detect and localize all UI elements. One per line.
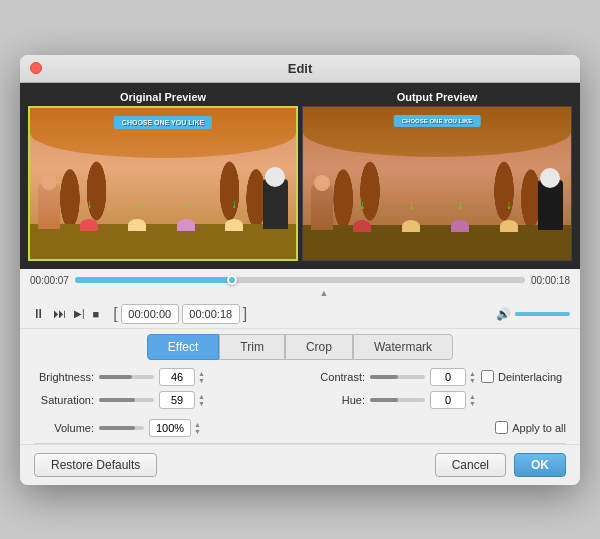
timeline-start-time: 00:00:07 [30, 275, 69, 286]
output-preview-frame: CHOOSE ONE YOU LIKE ↓ ↓ ↓ ↓ [302, 106, 572, 261]
food-3 [177, 219, 195, 231]
brightness-spinners: ▲ ▼ [198, 370, 205, 384]
start-time-input[interactable] [121, 304, 179, 324]
volume-fill-param [99, 426, 135, 430]
arrow-2: ↓ [134, 197, 140, 211]
controls-area: ⏸ ⏭ ▶| ■ [ ] 🔊 [20, 300, 580, 328]
close-button[interactable] [30, 62, 42, 74]
saturation-input[interactable] [159, 391, 195, 409]
arrows-area: ↓ ↓ ↓ ↓ [65, 197, 258, 211]
contrast-row: Contrast: ▲ ▼ Deinterlacing [305, 368, 566, 386]
pause-button[interactable]: ⏸ [30, 304, 47, 323]
volume-label: Volume: [34, 422, 94, 434]
edit-window: Edit Original Preview CHOOSE ONE YOU LIK… [20, 55, 580, 485]
tab-watermark[interactable]: Watermark [353, 334, 453, 360]
output-arrow-4: ↓ [506, 198, 512, 212]
output-char-right [538, 180, 563, 230]
brightness-row: Brightness: ▲ ▼ [34, 368, 295, 386]
volume-down[interactable]: ▼ [194, 428, 201, 435]
output-arrow-2: ↓ [408, 198, 414, 212]
original-preview-label: Original Preview [28, 91, 298, 103]
hue-label: Hue: [305, 394, 365, 406]
arrow-1: ↓ [86, 197, 92, 211]
playback-controls: ⏸ ⏭ ▶| ■ [30, 304, 101, 323]
timeline-track: 00:00:07 00:00:18 [30, 275, 570, 286]
original-preview-panel: Original Preview CHOOSE ONE YOU LIKE [28, 91, 298, 261]
arrow-4: ↓ [231, 197, 237, 211]
food-1 [80, 219, 98, 231]
tab-crop[interactable]: Crop [285, 334, 353, 360]
volume-fill [515, 312, 554, 316]
volume-input[interactable] [149, 419, 191, 437]
contrast-input[interactable] [430, 368, 466, 386]
saturation-slider[interactable] [99, 398, 154, 402]
output-arrow-3: ↓ [457, 198, 463, 212]
ok-button[interactable]: OK [514, 453, 566, 477]
saturation-label: Saturation: [34, 394, 94, 406]
saturation-row: Saturation: ▲ ▼ [34, 391, 295, 409]
saturation-up[interactable]: ▲ [198, 393, 205, 400]
hue-input[interactable] [430, 391, 466, 409]
stop-button[interactable]: ■ [91, 306, 102, 322]
bracket-open: [ [113, 305, 117, 323]
hue-fill [370, 398, 398, 402]
cancel-button[interactable]: Cancel [435, 453, 506, 477]
title-bar: Edit [20, 55, 580, 83]
step-forward-button[interactable]: ⏭ [51, 304, 68, 323]
brightness-fill [99, 375, 132, 379]
footer-area: Restore Defaults Cancel OK [20, 444, 580, 485]
contrast-spinners: ▲ ▼ [469, 370, 476, 384]
output-arrows-area: ↓ ↓ ↓ ↓ [338, 198, 533, 212]
restore-defaults-button[interactable]: Restore Defaults [34, 453, 157, 477]
timeline-slider[interactable] [75, 277, 525, 283]
contrast-label: Contrast: [305, 371, 365, 383]
timeline-area: 00:00:07 00:00:18 ▲ [20, 269, 580, 300]
controls-row: ⏸ ⏭ ▶| ■ [ ] 🔊 [30, 304, 570, 324]
volume-slider[interactable] [515, 312, 570, 316]
hue-spinners: ▲ ▼ [469, 393, 476, 407]
character-right [263, 179, 288, 229]
volume-area: 🔊 [496, 307, 570, 321]
contrast-down[interactable]: ▼ [469, 377, 476, 384]
volume-up[interactable]: ▲ [194, 421, 201, 428]
tabs-area: Effect Trim Crop Watermark [20, 328, 580, 360]
output-char-left [311, 185, 333, 230]
tab-effect[interactable]: Effect [147, 334, 219, 360]
apply-all-label: Apply to all [512, 422, 566, 434]
output-preview-label: Output Preview [302, 91, 572, 103]
food-area [65, 211, 258, 231]
brightness-label: Brightness: [34, 371, 94, 383]
food-2 [128, 219, 146, 231]
preview-area: Original Preview CHOOSE ONE YOU LIKE [20, 83, 580, 269]
deinterlacing-area: Deinterlacing [481, 370, 562, 383]
saturation-down[interactable]: ▼ [198, 400, 205, 407]
hue-slider[interactable] [370, 398, 425, 402]
deinterlacing-checkbox[interactable] [481, 370, 494, 383]
brightness-input[interactable] [159, 368, 195, 386]
hue-up[interactable]: ▲ [469, 393, 476, 400]
output-sign-banner: CHOOSE ONE YOU LIKE [394, 115, 481, 127]
volume-slider-param[interactable] [99, 426, 144, 430]
params-grid: Brightness: ▲ ▼ Contrast: ▲ [34, 368, 566, 409]
output-food-1 [353, 220, 371, 232]
apply-all-checkbox[interactable] [495, 421, 508, 434]
brightness-up[interactable]: ▲ [198, 370, 205, 377]
params-bottom: Volume: ▲ ▼ Apply to all [20, 417, 580, 443]
sign-banner: CHOOSE ONE YOU LIKE [114, 116, 212, 129]
hue-down[interactable]: ▼ [469, 400, 476, 407]
brightness-down[interactable]: ▼ [198, 377, 205, 384]
contrast-fill [370, 375, 398, 379]
apply-all-area: Apply to all [495, 421, 566, 434]
frame-forward-button[interactable]: ▶| [72, 306, 87, 321]
output-preview-panel: Output Preview CHOOSE ONE YOU LIKE [302, 91, 572, 261]
saturation-fill [99, 398, 135, 402]
output-food-4 [500, 220, 518, 232]
bracket-close: ] [243, 305, 247, 323]
window-title: Edit [288, 61, 313, 76]
end-time-input[interactable] [182, 304, 240, 324]
timeline-thumb[interactable] [227, 275, 237, 285]
tab-trim[interactable]: Trim [219, 334, 285, 360]
brightness-slider[interactable] [99, 375, 154, 379]
contrast-up[interactable]: ▲ [469, 370, 476, 377]
contrast-slider[interactable] [370, 375, 425, 379]
